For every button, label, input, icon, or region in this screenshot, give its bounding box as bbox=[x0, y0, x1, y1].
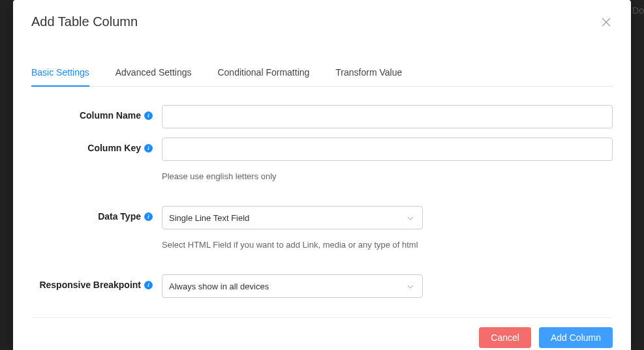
column-key-label-cell: Column Key i bbox=[31, 138, 162, 153]
tab-transform-value[interactable]: Transform Value bbox=[335, 59, 402, 87]
cancel-button[interactable]: Cancel bbox=[479, 327, 531, 348]
modal-body: Basic Settings Advanced Settings Conditi… bbox=[13, 41, 631, 318]
add-table-column-modal: Add Table Column Basic Settings Advanced… bbox=[13, 0, 631, 350]
data-type-label: Data Type bbox=[98, 211, 141, 222]
responsive-breakpoint-row: Responsive Breakpoint i Always show in a… bbox=[31, 274, 613, 298]
responsive-breakpoint-control: Always show in all devices bbox=[162, 274, 613, 298]
responsive-breakpoint-label: Responsive Breakpoint bbox=[39, 280, 141, 290]
column-name-label-cell: Column Name i bbox=[31, 105, 162, 121]
close-button[interactable] bbox=[600, 16, 613, 29]
responsive-breakpoint-select[interactable]: Always show in all devices bbox=[162, 274, 423, 298]
column-key-label: Column Key bbox=[87, 143, 141, 153]
column-key-input[interactable] bbox=[162, 138, 613, 161]
info-icon[interactable]: i bbox=[144, 281, 153, 289]
column-name-input[interactable] bbox=[162, 105, 613, 128]
column-key-row: Column Key i Please use english letters … bbox=[31, 138, 613, 197]
data-type-label-cell: Data Type i bbox=[31, 206, 162, 222]
tab-advanced-settings[interactable]: Advanced Settings bbox=[115, 59, 192, 87]
close-icon bbox=[602, 18, 611, 27]
tab-conditional-formatting[interactable]: Conditional Formatting bbox=[217, 59, 309, 87]
background-fragment: Do bbox=[632, 5, 644, 16]
modal-title: Add Table Column bbox=[31, 14, 138, 29]
data-type-control: Single Line Text Field Select HTML Field… bbox=[162, 206, 613, 265]
responsive-breakpoint-value: Always show in all devices bbox=[162, 274, 423, 298]
column-name-control bbox=[162, 105, 613, 128]
info-icon[interactable]: i bbox=[144, 144, 153, 153]
column-key-control: Please use english letters only bbox=[162, 138, 613, 197]
modal-header: Add Table Column bbox=[13, 0, 631, 41]
modal-footer: Cancel Add Column bbox=[13, 318, 631, 350]
info-icon[interactable]: i bbox=[144, 111, 153, 120]
tabs-bar: Basic Settings Advanced Settings Conditi… bbox=[31, 59, 613, 87]
add-column-button[interactable]: Add Column bbox=[539, 327, 613, 348]
tab-basic-settings[interactable]: Basic Settings bbox=[31, 59, 89, 87]
column-key-help: Please use english letters only bbox=[162, 171, 613, 181]
info-icon[interactable]: i bbox=[144, 212, 153, 221]
column-name-label: Column Name bbox=[80, 110, 141, 121]
column-name-row: Column Name i bbox=[31, 105, 613, 128]
data-type-row: Data Type i Single Line Text Field Selec… bbox=[31, 206, 613, 265]
data-type-value: Single Line Text Field bbox=[162, 206, 423, 229]
basic-settings-form: Column Name i Column Key i Please use en… bbox=[31, 87, 613, 318]
data-type-help: Select HTML Field if you want to add Lin… bbox=[162, 240, 613, 250]
responsive-breakpoint-label-cell: Responsive Breakpoint i bbox=[31, 274, 162, 290]
data-type-select[interactable]: Single Line Text Field bbox=[162, 206, 423, 229]
